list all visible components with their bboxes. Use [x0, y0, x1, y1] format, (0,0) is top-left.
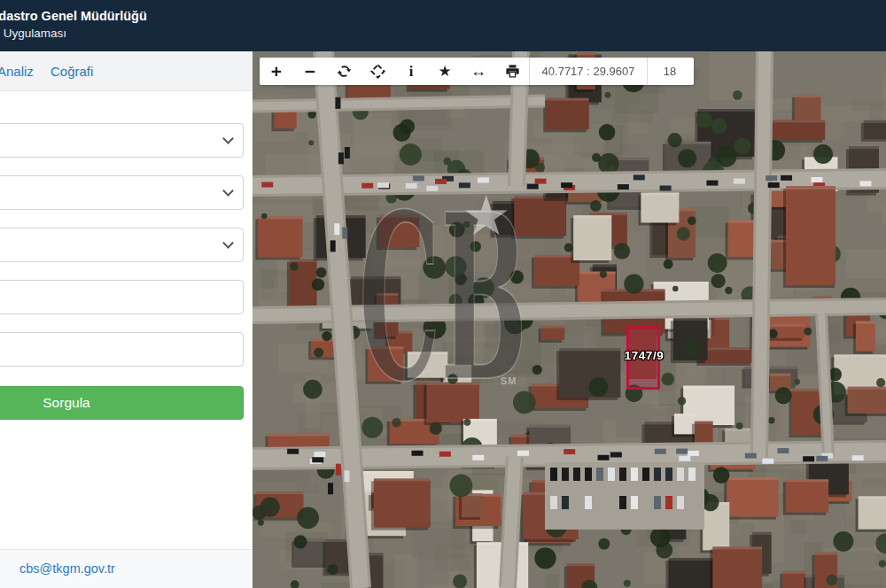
highlighted-parcel[interactable]: [626, 326, 660, 390]
contact-email-link[interactable]: cbs@tkgm.gov.tr: [19, 561, 115, 576]
select-field-1[interactable]: [0, 123, 244, 158]
tab-cografi[interactable]: Coğrafi: [51, 64, 93, 79]
query-sidebar: Analiz Coğrafi Sorgula cbs@tkgm.gov.tr: [0, 51, 253, 588]
app-subtitle: Parsel Sorgu Uygulaması: [0, 25, 817, 42]
sidebar-footer: cbs@tkgm.gov.tr: [0, 549, 253, 588]
refresh-icon-glyph: [336, 63, 353, 80]
select-field-2-wrap: [0, 175, 244, 210]
zoom-out-icon[interactable]: −: [293, 58, 327, 85]
select-field-3[interactable]: [0, 228, 244, 262]
zoom-extent-icon-glyph: [369, 63, 386, 80]
app-header: Tapu ve Kadastro Genel Müdürlüğü Parsel …: [0, 0, 886, 51]
select-field-2[interactable]: [0, 175, 244, 210]
info-icon[interactable]: i: [394, 58, 428, 85]
map-toolbar: + − i ★ ↔: [260, 58, 694, 85]
print-icon-glyph: [504, 63, 521, 80]
app-title-block: Tapu ve Kadastro Genel Müdürlüğü Parsel …: [0, 0, 817, 42]
measure-icon[interactable]: ↔: [462, 58, 495, 85]
parcel-query-app: Tapu ve Kadastro Genel Müdürlüğü Parsel …: [0, 0, 886, 588]
tab-analiz[interactable]: Analiz: [0, 64, 34, 79]
sidebar-tabs: Analiz Coğrafi: [0, 51, 253, 91]
zoom-in-icon[interactable]: +: [260, 58, 293, 85]
text-field-2-wrap: [0, 332, 244, 367]
coordinates-display: 40.7717 : 29.9607: [529, 58, 647, 85]
zoom-extent-icon[interactable]: [361, 58, 394, 85]
sorgula-button[interactable]: Sorgula: [0, 386, 244, 420]
select-field-3-wrap: [0, 228, 244, 262]
satellite-map[interactable]: [253, 51, 886, 588]
refresh-icon[interactable]: [327, 58, 361, 85]
select-field-1-wrap: [0, 123, 244, 158]
text-field-2[interactable]: [0, 332, 244, 367]
zoom-level-display: 18: [647, 58, 692, 85]
text-field-1-wrap: [0, 280, 244, 314]
map-panel: CB ★ SM 1747/9 + − i ★: [253, 51, 886, 588]
app-title: Tapu ve Kadastro Genel Müdürlüğü: [0, 8, 817, 25]
text-field-1[interactable]: [0, 280, 244, 314]
print-icon[interactable]: [495, 58, 529, 85]
favorites-star-icon[interactable]: ★: [428, 58, 462, 85]
